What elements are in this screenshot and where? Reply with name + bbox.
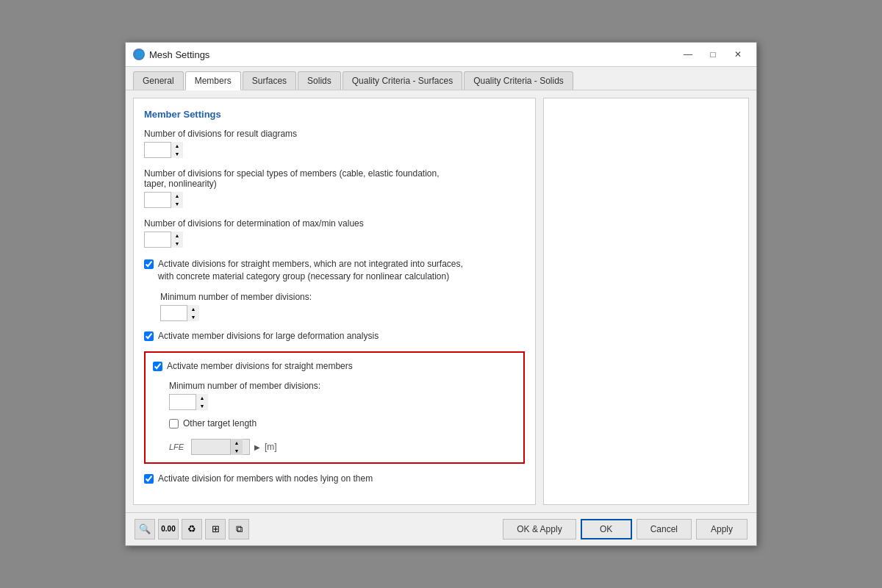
app-icon: 🌐 [133, 49, 145, 60]
result-diagrams-down[interactable]: ▼ [171, 150, 183, 158]
content-area: Member Settings Number of divisions for … [126, 90, 756, 512]
arrow-right-icon: ▶ [254, 443, 260, 451]
footer-toolbar: 🔍 0.00 ♻ ⊞ ⧉ OK & Apply OK Cancel Apply [126, 512, 756, 545]
maxmin-spinbox-btns: ▲ ▼ [171, 232, 183, 248]
min-divisions-up[interactable]: ▲ [196, 394, 208, 402]
activate-nodes-row: Activate division for members with nodes… [144, 473, 525, 485]
lfe-spinbox[interactable]: 0.500 ▲ ▼ [191, 439, 250, 455]
search-footer-button[interactable]: 🔍 [135, 519, 155, 539]
activate-straight-members-checkbox[interactable] [153, 362, 162, 371]
min-member-spinbox[interactable]: 10 ▲ ▼ [160, 305, 198, 321]
footer-buttons: OK & Apply OK Cancel Apply [503, 519, 747, 539]
lfe-row: LFE 0.500 ▲ ▼ ▶ [m] [169, 439, 516, 455]
activate-straight-label: Activate divisions for straight members,… [158, 258, 463, 283]
ok-button[interactable]: OK [581, 519, 632, 539]
maxmin-down[interactable]: ▼ [171, 240, 183, 248]
lfe-up[interactable]: ▲ [231, 439, 243, 447]
recycle-icon: ♻ [187, 523, 196, 534]
maxmin-label: Number of divisions for determination of… [144, 218, 525, 229]
maxmin-up[interactable]: ▲ [171, 232, 183, 240]
activate-straight-indent: Minimum number of member divisions: 10 ▲… [160, 292, 525, 321]
maxmin-group: Number of divisions for determination of… [144, 218, 525, 248]
min-member-label: Minimum number of member divisions: [160, 292, 525, 302]
min-divisions-input[interactable]: 8 [170, 397, 196, 407]
activate-nodes-label: Activate division for members with nodes… [158, 473, 373, 485]
min-member-input[interactable]: 10 [161, 308, 187, 318]
search-icon: 🔍 [139, 523, 151, 534]
special-types-group: Number of divisions for special types of… [144, 168, 525, 208]
result-diagrams-spinbox-btns: ▲ ▼ [171, 142, 183, 158]
activate-straight-members-label: Activate member divisions for straight m… [167, 360, 353, 373]
activate-large-deform-checkbox[interactable] [144, 331, 154, 341]
lfe-label: LFE [169, 442, 187, 451]
cancel-button[interactable]: Cancel [637, 519, 692, 539]
lfe-unit: [m] [265, 442, 277, 452]
tab-quality-criteria-solids[interactable]: Quality Criteria - Solids [464, 71, 573, 90]
activate-straight-members-row: Activate member divisions for straight m… [153, 360, 516, 373]
window-title: Mesh Settings [149, 49, 209, 60]
min-member-spinbox-btns: ▲ ▼ [187, 305, 199, 321]
main-panel: Member Settings Number of divisions for … [133, 98, 536, 505]
tab-general[interactable]: General [133, 71, 184, 90]
ok-apply-button[interactable]: OK & Apply [503, 519, 576, 539]
activate-nodes-checkbox[interactable] [144, 474, 154, 484]
tab-members[interactable]: Members [185, 71, 241, 90]
close-button[interactable]: ✕ [727, 47, 749, 62]
result-diagrams-up[interactable]: ▲ [171, 142, 183, 150]
lfe-spinbox-btns: ▲ ▼ [230, 439, 243, 455]
recycle-footer-button[interactable]: ♻ [182, 519, 202, 539]
special-types-up[interactable]: ▲ [171, 192, 183, 200]
min-member-up[interactable]: ▲ [187, 305, 199, 313]
result-diagrams-spinbox[interactable]: 10 ▲ ▼ [144, 142, 182, 158]
footer-icons: 🔍 0.00 ♻ ⊞ ⧉ [135, 519, 249, 539]
other-target-checkbox[interactable] [169, 419, 179, 429]
section-title: Member Settings [144, 109, 525, 120]
min-divisions-down[interactable]: ▼ [196, 402, 208, 410]
apply-button[interactable]: Apply [696, 519, 747, 539]
min-divisions-label: Minimum number of member divisions: [169, 381, 516, 391]
other-target-row: Other target length [169, 417, 516, 430]
special-types-down[interactable]: ▼ [171, 200, 183, 208]
straight-members-indent: Minimum number of member divisions: 8 ▲ … [169, 381, 516, 455]
activate-large-deform-label: Activate member divisions for large defo… [158, 330, 379, 343]
tab-bar: General Members Surfaces Solids Quality … [126, 67, 756, 90]
mesh-settings-window: 🌐 Mesh Settings — □ ✕ General Members Su… [125, 42, 757, 546]
result-diagrams-group: Number of divisions for result diagrams … [144, 129, 525, 158]
special-types-input[interactable]: 10 [145, 195, 171, 205]
activate-straight-row: Activate divisions for straight members,… [144, 258, 525, 283]
title-bar-left: 🌐 Mesh Settings [133, 49, 209, 60]
special-types-label: Number of divisions for special types of… [144, 168, 525, 189]
activate-straight-checkbox[interactable] [144, 259, 154, 269]
result-diagrams-input[interactable]: 10 [145, 145, 171, 155]
special-types-spinbox-btns: ▲ ▼ [171, 192, 183, 208]
table-icon: 0.00 [161, 525, 175, 533]
min-divisions-spinbox-btns: ▲ ▼ [196, 394, 208, 410]
title-bar: 🌐 Mesh Settings — □ ✕ [126, 43, 756, 67]
result-diagrams-label: Number of divisions for result diagrams [144, 129, 525, 139]
min-divisions-spinbox[interactable]: 8 ▲ ▼ [169, 394, 207, 410]
special-types-spinbox[interactable]: 10 ▲ ▼ [144, 192, 182, 208]
table-footer-button[interactable]: 0.00 [158, 519, 179, 539]
side-panel [543, 98, 749, 505]
copy-icon: ⧉ [236, 523, 243, 535]
grid-footer-button[interactable]: ⊞ [205, 519, 226, 539]
other-target-label: Other target length [183, 417, 257, 430]
tab-quality-criteria-surfaces[interactable]: Quality Criteria - Surfaces [343, 71, 462, 90]
maxmin-spinbox[interactable]: 10 ▲ ▼ [144, 232, 182, 248]
lfe-input[interactable]: 0.500 [192, 442, 230, 452]
activate-large-deform-row: Activate member divisions for large defo… [144, 330, 525, 343]
lfe-down[interactable]: ▼ [231, 447, 243, 455]
title-controls: — □ ✕ [677, 47, 749, 62]
min-member-down[interactable]: ▼ [187, 313, 199, 321]
highlighted-box: Activate member divisions for straight m… [144, 351, 525, 465]
tab-surfaces[interactable]: Surfaces [243, 71, 296, 90]
maximize-button[interactable]: □ [702, 47, 724, 62]
maxmin-input[interactable]: 10 [145, 234, 171, 245]
grid-icon: ⊞ [212, 523, 220, 534]
tab-solids[interactable]: Solids [298, 71, 341, 90]
copy-footer-button[interactable]: ⧉ [229, 519, 249, 539]
minimize-button[interactable]: — [677, 47, 699, 62]
